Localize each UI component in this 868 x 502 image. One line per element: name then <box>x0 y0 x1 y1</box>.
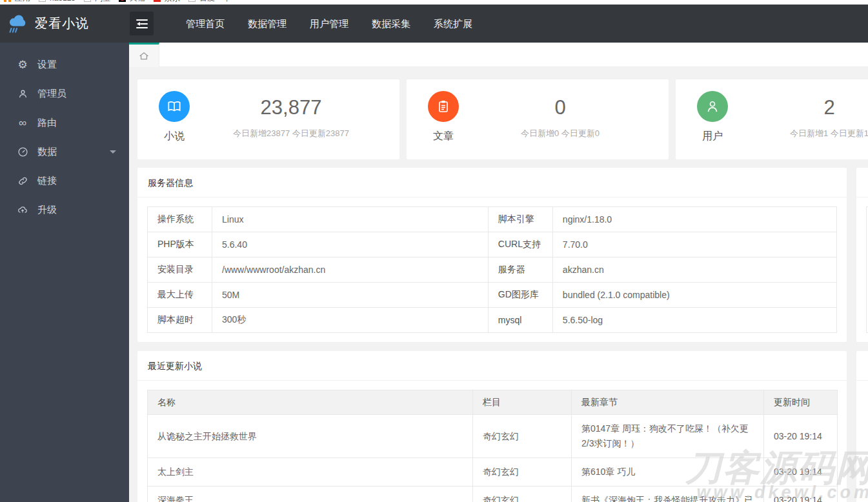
nav-admin-home[interactable]: 管理首页 <box>174 5 236 43</box>
bookmark-jd[interactable]: JD 京东 <box>154 0 180 4</box>
bookmark-label: 天猫 <box>130 0 145 4</box>
info-value: 5.6.40 <box>212 232 489 257</box>
novel-name: 太上剑主 <box>148 458 473 487</box>
stat-value: 23,877 <box>197 96 385 119</box>
stat-label: 文章 <box>433 130 454 143</box>
table-row: 深海拳王 奇幻玄幻 新书《深海炮王：我杀怪能提升攻击力》已 03-20 19:1… <box>148 487 838 502</box>
novel-chapter: 第0147章 周珏：狗改不了吃屎！（补欠更2/3求订阅！） <box>572 415 764 458</box>
panel-title: 服务器信息 <box>137 168 847 197</box>
info-value: 7.70.0 <box>552 232 836 257</box>
logo[interactable]: 爱看小说 <box>0 13 129 35</box>
novel-time: 03-20 19:14 <box>764 415 838 458</box>
table-row: 安装目录 /www/wwwroot/akzhan.cn 服务器 akzhan.c… <box>148 257 837 283</box>
gear-icon: ⚙ <box>16 59 29 72</box>
info-key: CURL支持 <box>488 232 552 257</box>
bookmark-label: 下 <box>223 0 231 4</box>
info-key: 脚本引擎 <box>488 207 552 232</box>
info-value: bundled (2.1.0 compatible) <box>552 283 836 308</box>
infinity-icon: ∞ <box>16 117 29 130</box>
bookmark-label: 百度 <box>199 0 215 4</box>
bookmark-label: 京东 <box>165 0 180 4</box>
novel-category: 奇幻玄幻 <box>473 458 572 487</box>
table-row: 从诡秘之主开始拯救世界 奇幻玄幻 第0147章 周珏：狗改不了吃屎！（补欠更2/… <box>148 415 838 458</box>
bookmark-folder[interactable]: 下 <box>223 0 231 4</box>
stat-value: 2 <box>735 96 868 119</box>
nav-data-collection[interactable]: 数据采集 <box>360 5 422 43</box>
favicon-placeholder-icon <box>39 0 46 2</box>
clipped-right-panel-bottom <box>856 351 868 502</box>
table-row: PHP版本 5.6.40 CURL支持 7.70.0 <box>148 232 837 257</box>
favicon-placeholder-icon <box>84 0 91 2</box>
sidebar-item-label: 升级 <box>37 204 116 216</box>
bookmark-apps[interactable]: 应用 <box>4 0 30 4</box>
nav-data-management[interactable]: 数据管理 <box>236 5 298 43</box>
bookmark-baidu[interactable]: 百度 <box>188 0 215 4</box>
server-info-table: 操作系统 Linux 脚本引擎 nginx/1.18.0 PHP版本 5.6.4… <box>147 206 837 333</box>
nav-user-management[interactable]: 用户管理 <box>298 5 360 43</box>
bookmark-hao123[interactable]: hao123 <box>39 0 76 3</box>
sidebar-item-label: 链接 <box>37 175 116 187</box>
novel-category: 奇幻玄幻 <box>473 487 572 502</box>
clipped-right-panel-top <box>856 168 868 342</box>
tab-home[interactable] <box>129 43 159 67</box>
column-header-name: 名称 <box>148 390 473 415</box>
user-icon <box>697 91 728 122</box>
novel-chapter: 新书《深海炮王：我杀怪能提升攻击力》已 <box>572 487 764 502</box>
recent-novels-table: 名称 栏目 最新章节 更新时间 从诡秘之主开始拯救世界 奇幻玄幻 第0147章 … <box>147 390 838 502</box>
info-value: 300秒 <box>212 308 489 333</box>
link-icon <box>16 175 29 188</box>
sidebar-item-links[interactable]: 链接 <box>0 166 129 196</box>
sidebar-item-upgrade[interactable]: 升级 <box>0 196 129 225</box>
bookmark-label: 淘宝 <box>95 0 110 4</box>
sidebar-item-routes[interactable]: ∞ 路由 <box>0 108 129 137</box>
cloud-upload-icon <box>16 204 29 217</box>
novel-time: 03-20 19:14 <box>764 487 838 502</box>
favicon-placeholder-icon <box>188 0 196 2</box>
sidebar-item-settings[interactable]: ⚙ 设置 <box>0 50 129 79</box>
sidebar-collapse-button[interactable] <box>130 12 154 35</box>
app-title: 爱看小说 <box>35 15 89 32</box>
app-header: 爱看小说 管理首页 数据管理 用户管理 数据采集 系统扩展 <box>0 5 868 43</box>
stat-card-users: 用户 2 今日新增1 今日更新1 <box>676 79 868 159</box>
info-value: 50M <box>212 283 489 308</box>
bookmark-label: 应用 <box>15 0 30 4</box>
server-info-panel: 服务器信息 操作系统 Linux 脚本引擎 nginx/1.18.0 PHP版本… <box>137 168 847 342</box>
person-icon <box>16 88 29 101</box>
stat-cards-row: 小说 23,877 今日新增23877 今日更新23877 文章 0 今日新增0… <box>137 79 868 159</box>
tab-bar <box>129 43 868 67</box>
clipboard-icon <box>428 91 459 122</box>
bookmark-taobao[interactable]: 淘宝 <box>84 0 110 4</box>
info-key: mysql <box>488 308 552 333</box>
chevron-down-icon[interactable] <box>110 150 116 154</box>
bookmark-tmall[interactable]: 天猫 <box>119 0 145 4</box>
stat-subtitle: 今日新增1 今日更新1 <box>735 128 868 139</box>
sidebar-item-label: 管理员 <box>37 88 116 100</box>
novel-time: 03-20 19:14 <box>764 458 838 487</box>
recent-novels-panel: 最近更新小说 名称 栏目 最新章节 更新时间 从诡秘之主开始拯救世界 奇幻玄幻 … <box>137 351 847 502</box>
info-key: 最大上传 <box>148 283 212 308</box>
info-key: 脚本超时 <box>148 308 212 333</box>
info-key: PHP版本 <box>148 232 212 257</box>
sidebar-item-label: 路由 <box>37 117 116 129</box>
sidebar-item-admins[interactable]: 管理员 <box>0 79 129 108</box>
table-row: 最大上传 50M GD图形库 bundled (2.1.0 compatible… <box>148 283 837 308</box>
table-header-row: 名称 栏目 最新章节 更新时间 <box>148 390 838 415</box>
hamburger-collapse-icon <box>136 19 148 29</box>
gauge-icon <box>16 146 29 159</box>
info-key: GD图形库 <box>488 283 552 308</box>
stat-label: 小说 <box>164 130 185 143</box>
info-key: 操作系统 <box>148 207 212 232</box>
jd-icon: JD <box>154 0 161 2</box>
column-header-category: 栏目 <box>473 390 572 415</box>
stat-card-novels: 小说 23,877 今日新增23877 今日更新23877 <box>137 79 399 159</box>
info-key: 服务器 <box>488 257 552 283</box>
stat-subtitle: 今日新增23877 今日更新23877 <box>197 128 385 139</box>
nav-system-extension[interactable]: 系统扩展 <box>422 5 484 43</box>
info-value: /www/wwwroot/akzhan.cn <box>212 257 489 283</box>
novel-name: 深海拳王 <box>148 487 473 502</box>
home-icon <box>139 51 149 61</box>
sidebar-item-data[interactable]: 数据 <box>0 137 129 166</box>
info-key: 安装目录 <box>148 257 212 283</box>
stat-subtitle: 今日新增0 今日更新0 <box>466 128 654 139</box>
info-value: akzhan.cn <box>552 257 836 283</box>
